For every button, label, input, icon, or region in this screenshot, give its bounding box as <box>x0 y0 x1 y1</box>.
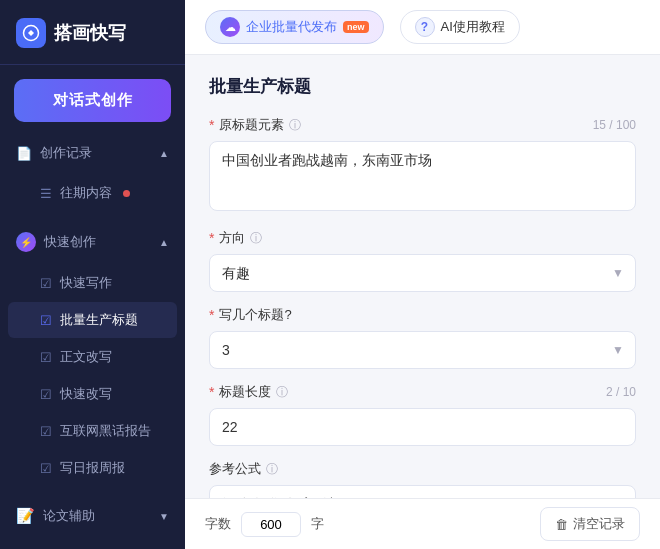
trash-icon: 🗑 <box>555 517 568 532</box>
help-icon: ? <box>415 17 435 37</box>
chevron-up-icon: ▲ <box>159 148 169 159</box>
label-source-elements: * 原标题元素 ⓘ 15 / 100 <box>209 116 636 134</box>
icon-rewrite: ☑ <box>40 350 52 365</box>
sidebar-item-quick-writing[interactable]: ☑ 快速写作 <box>8 265 177 301</box>
required-mark-4: * <box>209 384 214 400</box>
label-text-title-length: 标题长度 <box>219 383 271 401</box>
section-header-paper-assist[interactable]: 📝 论文辅助 ▼ <box>0 499 185 533</box>
logo-text: 搭画快写 <box>54 21 126 45</box>
label-text-source-elements: 原标题元素 <box>219 116 284 134</box>
chevron-up-icon-2: ▲ <box>159 237 169 248</box>
required-mark-3: * <box>209 307 214 323</box>
sidebar-item-past-content[interactable]: ☰ 往期内容 <box>8 175 177 211</box>
formula-select-wrapper: 细分人群+数字+结果 痛点+解决方案 疑问式标题 ▼ <box>209 485 636 498</box>
icon-buzzword: ☑ <box>40 424 52 439</box>
publish-icon: ☁ <box>220 17 240 37</box>
section-header-quick-creation[interactable]: ⚡ 快速创作 ▲ <box>0 224 185 260</box>
enterprise-publish-label: 企业批量代发布 <box>246 18 337 36</box>
label-title-length: * 标题长度 ⓘ 2 / 10 <box>209 383 636 401</box>
form-group-direction: * 方向 ⓘ 有趣 严肃 感性 理性 ▼ <box>209 229 636 292</box>
count-source-elements: 15 / 100 <box>593 118 636 132</box>
label-buzzword: 互联网黑话报告 <box>60 422 151 440</box>
word-count-unit: 字 <box>311 515 324 533</box>
enterprise-publish-button[interactable]: ☁ 企业批量代发布 new <box>205 10 384 44</box>
clear-label: 清空记录 <box>573 515 625 533</box>
source-elements-input[interactable] <box>209 141 636 211</box>
chevron-down-icon: ▼ <box>159 511 169 522</box>
title-length-input[interactable] <box>209 408 636 446</box>
section-quick-creation: ⚡ 快速创作 ▲ ☑ 快速写作 ☑ 批量生产标题 ☑ 正文改写 ☑ 快速改写 <box>0 220 185 495</box>
sidebar-item-rewrite[interactable]: ☑ 正文改写 <box>8 339 177 375</box>
logo: 搭画快写 <box>0 0 185 65</box>
doc-icon: 📄 <box>16 146 32 161</box>
section-label-creation-records: 创作记录 <box>40 144 92 162</box>
sidebar-item-daily-weekly[interactable]: ☑ 写日报周报 <box>8 450 177 486</box>
section-paper-assist: 📝 论文辅助 ▼ <box>0 495 185 537</box>
label-quick-writing: 快速写作 <box>60 274 112 292</box>
label-quick-rewrite: 快速改写 <box>60 385 112 403</box>
section-label-paper-assist: 论文辅助 <box>43 507 95 525</box>
form-group-source-elements: * 原标题元素 ⓘ 15 / 100 <box>209 116 636 215</box>
icon-quick-rewrite: ☑ <box>40 387 52 402</box>
logo-icon <box>16 18 46 48</box>
item-label-past-content: 往期内容 <box>60 184 112 202</box>
clear-button[interactable]: 🗑 清空记录 <box>540 507 640 541</box>
section-creation-records: 📄 创作记录 ▲ ☰ 往期内容 <box>0 132 185 220</box>
help-icon-4[interactable]: ⓘ <box>276 384 288 401</box>
sidebar: 搭画快写 对话式创作 📄 创作记录 ▲ ☰ 往期内容 ⚡ 快速创作 ▲ <box>0 0 185 549</box>
label-rewrite: 正文改写 <box>60 348 112 366</box>
avatar-icon: ⚡ <box>16 232 36 252</box>
sidebar-item-batch-titles[interactable]: ☑ 批量生产标题 <box>8 302 177 338</box>
sidebar-item-quick-rewrite[interactable]: ☑ 快速改写 <box>8 376 177 412</box>
form-group-formula: 参考公式 ⓘ 细分人群+数字+结果 痛点+解决方案 疑问式标题 ▼ <box>209 460 636 498</box>
page-title: 批量生产标题 <box>209 75 636 98</box>
label-formula: 参考公式 ⓘ <box>209 460 636 478</box>
required-mark-2: * <box>209 230 214 246</box>
main-area: ☁ 企业批量代发布 new ? AI使用教程 批量生产标题 * 原标题元素 ⓘ … <box>185 0 660 549</box>
icon-quick-writing: ☑ <box>40 276 52 291</box>
new-badge: new <box>343 21 369 33</box>
required-mark-1: * <box>209 117 214 133</box>
main-button[interactable]: 对话式创作 <box>14 79 171 122</box>
word-count-label: 字数 <box>205 515 231 533</box>
formula-select[interactable]: 细分人群+数字+结果 痛点+解决方案 疑问式标题 <box>209 485 636 498</box>
content-area: 批量生产标题 * 原标题元素 ⓘ 15 / 100 * 方向 ⓘ 有趣 严肃 <box>185 55 660 498</box>
label-text-direction: 方向 <box>219 229 245 247</box>
word-count-input[interactable] <box>241 512 301 537</box>
help-icon-1[interactable]: ⓘ <box>289 117 301 134</box>
label-text-formula: 参考公式 <box>209 460 261 478</box>
direction-select[interactable]: 有趣 严肃 感性 理性 <box>209 254 636 292</box>
count-select[interactable]: 1 2 3 4 5 <box>209 331 636 369</box>
count-select-wrapper: 1 2 3 4 5 ▼ <box>209 331 636 369</box>
ai-tutorial-label: AI使用教程 <box>441 18 505 36</box>
help-icon-5[interactable]: ⓘ <box>266 461 278 478</box>
item-icon-past-content: ☰ <box>40 186 52 201</box>
label-batch-titles: 批量生产标题 <box>60 311 138 329</box>
ai-tutorial-button[interactable]: ? AI使用教程 <box>400 10 520 44</box>
paper-icon: 📝 <box>16 507 35 525</box>
section-header-creation-records[interactable]: 📄 创作记录 ▲ <box>0 136 185 170</box>
help-icon-2[interactable]: ⓘ <box>250 230 262 247</box>
badge-dot <box>123 190 130 197</box>
section-label-quick-creation: 快速创作 <box>44 233 96 251</box>
label-text-count: 写几个标题? <box>219 306 291 324</box>
subsection-creation-records: ☰ 往期内容 <box>0 170 185 216</box>
icon-daily-weekly: ☑ <box>40 461 52 476</box>
label-count: * 写几个标题? <box>209 306 636 324</box>
icon-batch-titles: ☑ <box>40 313 52 328</box>
direction-select-wrapper: 有趣 严肃 感性 理性 ▼ <box>209 254 636 292</box>
form-group-count: * 写几个标题? 1 2 3 4 5 ▼ <box>209 306 636 369</box>
count-title-length: 2 / 10 <box>606 385 636 399</box>
sidebar-item-buzzword[interactable]: ☑ 互联网黑话报告 <box>8 413 177 449</box>
label-direction: * 方向 ⓘ <box>209 229 636 247</box>
label-daily-weekly: 写日报周报 <box>60 459 125 477</box>
subsection-quick-creation: ☑ 快速写作 ☑ 批量生产标题 ☑ 正文改写 ☑ 快速改写 ☑ 互联网黑话报告 … <box>0 260 185 491</box>
bottom-bar: 字数 字 🗑 清空记录 <box>185 498 660 549</box>
topbar: ☁ 企业批量代发布 new ? AI使用教程 <box>185 0 660 55</box>
form-group-title-length: * 标题长度 ⓘ 2 / 10 <box>209 383 636 446</box>
